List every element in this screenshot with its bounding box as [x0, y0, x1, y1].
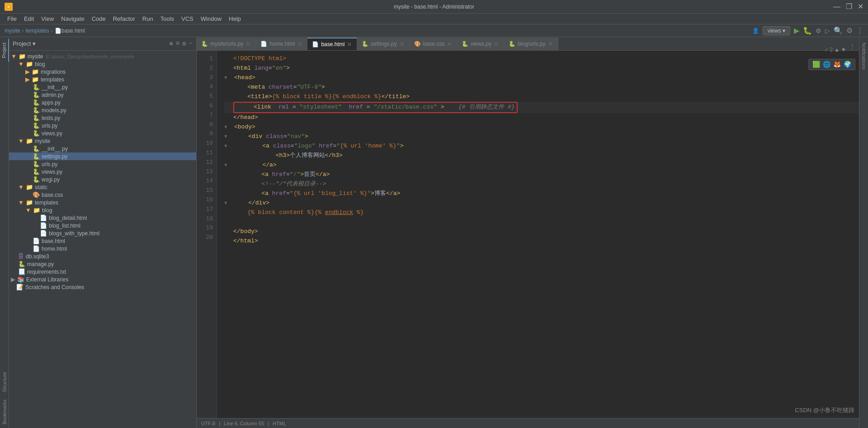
- check-down[interactable]: ▼: [841, 47, 846, 53]
- tree-blog[interactable]: ▼ 📁 blog: [9, 60, 196, 68]
- tree-blog-views[interactable]: 🐍 views.py: [9, 129, 196, 137]
- breadcrumb-templates[interactable]: templates: [26, 28, 49, 34]
- tree-wsgi[interactable]: 🐍 wsgi.py: [9, 176, 196, 183]
- breadcrumb-bar: mysite › templates › 📄 base.html 👤 views…: [0, 24, 868, 37]
- close-button[interactable]: ✕: [858, 2, 863, 11]
- tree-migrations[interactable]: ▶ 📁 migrations: [9, 68, 196, 76]
- tree-blog-apps[interactable]: 🐍 apps.py: [9, 99, 196, 106]
- tab-blog-urls[interactable]: 🐍 blog/urls.py ✕: [504, 38, 558, 50]
- tree-home-html[interactable]: 📄 home.html: [9, 245, 196, 252]
- tab-more-icon[interactable]: ⋮: [849, 43, 855, 50]
- fold-icon[interactable]: ▼: [224, 74, 233, 82]
- fold-icon[interactable]: ▼: [224, 124, 233, 132]
- menu-help[interactable]: Help: [225, 14, 245, 23]
- settings-icon[interactable]: ⚙: [846, 26, 853, 35]
- tree-mysite-root[interactable]: ▼ 📁 mysite E:\about_Django\test\mysite_e…: [9, 52, 196, 60]
- code-content[interactable]: <!DOCTYPE html> <html lang = "en" > ▼ <h…: [217, 51, 859, 418]
- folder-expand-icon: ▼: [18, 199, 24, 206]
- code-text: class: [269, 142, 291, 151]
- tree-scratches[interactable]: 📝 Scratches and Consoles: [9, 283, 196, 291]
- sidebar-settings-icon[interactable]: ⚙: [182, 40, 186, 48]
- tab-close-icon[interactable]: ✕: [399, 40, 405, 48]
- menu-view[interactable]: View: [38, 14, 57, 23]
- browser-icon-3[interactable]: 🦊: [833, 61, 841, 68]
- run-icon[interactable]: ▶: [794, 26, 799, 35]
- tree-blog-list[interactable]: 📄 blog_list.html: [9, 222, 196, 229]
- check-up[interactable]: ▲: [834, 47, 840, 53]
- bookmarks-tab[interactable]: Bookmarks: [0, 396, 9, 428]
- tree-settings[interactable]: 🐍 settings.py: [9, 152, 196, 160]
- tree-blog-init[interactable]: 🐍 __init__.py: [9, 83, 196, 91]
- sidebar-collapse-icon[interactable]: ≡: [176, 40, 179, 48]
- menu-edit[interactable]: Edit: [20, 14, 38, 23]
- minimize-button[interactable]: —: [833, 3, 840, 11]
- menu-file[interactable]: File: [4, 14, 20, 23]
- browser-icon-1[interactable]: 🟩: [812, 61, 820, 68]
- fold-icon[interactable]: ▼: [224, 200, 233, 208]
- tree-templates[interactable]: ▼ 📁 templates: [9, 199, 196, 206]
- code-line-7: </head>: [224, 113, 859, 123]
- tab-home-html[interactable]: 📄 home.html ✕: [256, 38, 307, 50]
- tree-blog-templates[interactable]: ▶ 📁 templates: [9, 76, 196, 83]
- menu-refactor[interactable]: Refactor: [109, 14, 139, 23]
- tab-base-css[interactable]: 🎨 base.css ✕: [410, 38, 457, 50]
- search-icon[interactable]: 🔍: [834, 26, 843, 35]
- tab-close-icon[interactable]: ✕: [447, 40, 452, 48]
- more-icon[interactable]: ⋮: [856, 26, 863, 35]
- tab-close-icon[interactable]: ✕: [548, 40, 553, 48]
- tree-label: urls.py: [42, 161, 57, 167]
- run2-icon[interactable]: ▷: [825, 27, 830, 34]
- tree-mysite-init[interactable]: 🐍 __init__.py: [9, 145, 196, 152]
- notifications-tab[interactable]: Notifications: [860, 39, 868, 73]
- tree-static[interactable]: ▼ 📁 static: [9, 183, 196, 191]
- browser-icon-4[interactable]: 🌍: [844, 61, 851, 68]
- menu-navigate[interactable]: Navigate: [57, 14, 88, 23]
- tab-close-icon[interactable]: ✕: [347, 41, 352, 48]
- menu-run[interactable]: Run: [139, 14, 157, 23]
- tab-settings-py[interactable]: 🐍 settings.py ✕: [357, 38, 409, 50]
- tab-close-icon[interactable]: ✕: [245, 40, 251, 48]
- tree-base-css[interactable]: 🎨 base.css: [9, 191, 196, 199]
- menu-vcs[interactable]: VCS: [178, 14, 197, 23]
- code-text: <meta: [247, 83, 265, 92]
- sidebar-locate-icon[interactable]: ⊕: [169, 40, 173, 48]
- fold-icon[interactable]: ▼: [224, 133, 233, 141]
- sidebar-hide-icon[interactable]: −: [189, 40, 193, 48]
- tree-mysite-urls[interactable]: 🐍 urls.py: [9, 160, 196, 168]
- breadcrumb-mysite[interactable]: mysite: [5, 28, 20, 34]
- browser-icon-2[interactable]: 🌐: [823, 61, 830, 68]
- tab-close-icon[interactable]: ✕: [297, 40, 302, 48]
- fold-icon[interactable]: ▼: [224, 143, 233, 151]
- project-tab[interactable]: Project: [0, 39, 9, 62]
- menu-window[interactable]: Window: [197, 14, 225, 23]
- menu-tools[interactable]: Tools: [157, 14, 178, 23]
- debug-icon[interactable]: 🐛: [803, 26, 812, 35]
- tree-templates-blog[interactable]: ▼ 📁 blog: [9, 206, 196, 214]
- tree-external-libs[interactable]: ▶ 📚 External Libraries: [9, 276, 196, 283]
- tree-blogs-with-type[interactable]: 📄 blogs_with_type.html: [9, 229, 196, 237]
- tree-db-sqlite[interactable]: 🗄 db.sqlite3: [9, 252, 196, 260]
- tab-views-py[interactable]: 🐍 views.py ✕: [457, 38, 504, 50]
- menu-code[interactable]: Code: [88, 14, 109, 23]
- tree-base-html[interactable]: 📄 base.html: [9, 237, 196, 245]
- tree-mysite-folder[interactable]: ▼ 📁 mysite: [9, 137, 196, 145]
- tab-mysite-urls[interactable]: 🐍 mysite/urls.py ✕: [197, 38, 256, 50]
- tree-manage[interactable]: 🐍 manage.py: [9, 260, 196, 268]
- tree-blog-admin[interactable]: 🐍 admin.py: [9, 91, 196, 99]
- tree-requirements[interactable]: 📃 requirements.txt: [9, 268, 196, 276]
- tab-base-html[interactable]: 📄 base.html ✕: [307, 38, 357, 50]
- tab-close-icon[interactable]: ✕: [494, 40, 499, 48]
- tree-blog-detail[interactable]: 📄 blog_detail.html: [9, 214, 196, 222]
- tab-bar: 🐍 mysite/urls.py ✕ 📄 home.html ✕ 📄 base.…: [197, 37, 859, 51]
- tree-label: db.sqlite3: [26, 253, 49, 260]
- tree-blog-models[interactable]: 🐍 models.py: [9, 106, 196, 114]
- build-icon[interactable]: ⚙: [816, 27, 821, 34]
- tree-blog-tests[interactable]: 🐍 tests.py: [9, 114, 196, 122]
- py-icon: 🐍: [33, 176, 40, 183]
- fold-icon[interactable]: ▼: [224, 162, 233, 170]
- views-button[interactable]: views ▾: [763, 26, 790, 35]
- maximize-button[interactable]: ❐: [846, 2, 852, 11]
- tree-mysite-views[interactable]: 🐍 views.py: [9, 168, 196, 176]
- tree-blog-urls[interactable]: 🐍 urls.py: [9, 122, 196, 129]
- structure-tab[interactable]: Structure: [0, 368, 9, 396]
